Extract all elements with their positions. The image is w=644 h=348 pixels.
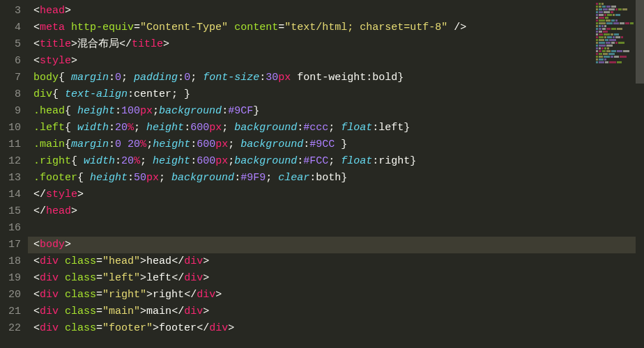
- line-number: 7: [0, 70, 21, 86]
- code-line[interactable]: .head{ height:100px;background:#9CF}: [33, 103, 644, 120]
- line-number: 8: [0, 86, 21, 103]
- line-number: 4: [0, 19, 21, 36]
- line-number: 18: [0, 253, 21, 270]
- line-number: 21: [0, 303, 21, 320]
- code-line[interactable]: <div class="left">left</div>: [33, 270, 644, 287]
- line-number: 10: [0, 120, 21, 136]
- line-number: 14: [0, 187, 21, 203]
- code-line[interactable]: <style>: [33, 53, 644, 70]
- line-number: 19: [0, 270, 21, 287]
- line-number: 22: [0, 320, 21, 337]
- code-line[interactable]: <title>混合布局</title>: [33, 36, 644, 53]
- line-number-gutter: 345678910111213141516171819202122: [0, 0, 28, 348]
- code-line[interactable]: <div class="right">right</div>: [33, 287, 644, 303]
- code-area[interactable]: <head><meta http-equiv="Content-Type" co…: [28, 0, 644, 348]
- code-line[interactable]: </head>: [33, 203, 644, 220]
- code-line[interactable]: <body>: [28, 237, 644, 253]
- code-line[interactable]: body{ margin:0; padding:0; font-size:30p…: [33, 70, 644, 86]
- code-line[interactable]: <meta http-equiv="Content-Type" content=…: [33, 19, 644, 36]
- code-line[interactable]: .main{margin:0 20%;height:600px; backgro…: [33, 136, 644, 153]
- line-number: 13: [0, 170, 21, 187]
- code-line[interactable]: div{ text-align:center; }: [33, 86, 644, 103]
- code-line[interactable]: .right{ width:20%; height:600px;backgrou…: [33, 153, 644, 170]
- line-number: 5: [0, 36, 21, 53]
- scrollbar-thumb[interactable]: [636, 0, 644, 84]
- line-number: 16: [0, 220, 21, 237]
- line-number: 11: [0, 136, 21, 153]
- vertical-scrollbar[interactable]: [636, 0, 644, 348]
- code-line[interactable]: <head>: [33, 3, 644, 19]
- code-line[interactable]: .footer{ height:50px; background:#9F9; c…: [33, 170, 644, 187]
- line-number: 17: [0, 237, 21, 253]
- line-number: 20: [0, 287, 21, 303]
- line-number: 15: [0, 203, 21, 220]
- code-line[interactable]: </style>: [33, 187, 644, 203]
- code-line[interactable]: <div class="main">main</div>: [33, 303, 644, 320]
- code-line[interactable]: <div class="head">head</div>: [33, 253, 644, 270]
- code-line[interactable]: [33, 220, 644, 237]
- minimap[interactable]: [596, 3, 634, 65]
- line-number: 3: [0, 3, 21, 19]
- line-number: 9: [0, 103, 21, 120]
- code-line[interactable]: .left{ width:20%; height:600px; backgrou…: [33, 120, 644, 136]
- line-number: 6: [0, 53, 21, 70]
- code-editor: 345678910111213141516171819202122 <head>…: [0, 0, 644, 348]
- line-number: 12: [0, 153, 21, 170]
- code-line[interactable]: <div class="footer">footer</div>: [33, 320, 644, 337]
